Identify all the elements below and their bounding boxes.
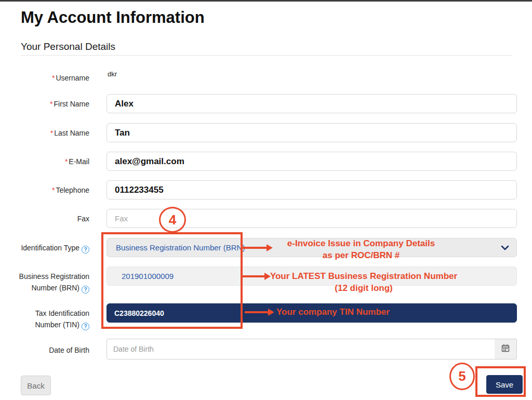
last-name-input[interactable] [107,123,517,142]
last-name-label: *Last Name [10,127,89,139]
email-label: *E-Mail [10,156,89,167]
username-label-text: Username [56,74,89,82]
help-icon[interactable]: ? [82,246,89,254]
section-divider [21,55,512,56]
telephone-label: *Telephone [10,184,89,196]
help-icon[interactable]: ? [82,286,89,294]
required-asterisk: * [52,74,55,82]
tin-field[interactable]: C23880226040 [107,303,517,323]
telephone-input[interactable] [107,180,517,199]
identification-type-select[interactable]: Business Registration Number (BRN) [107,238,517,257]
calendar-icon [501,344,510,354]
identification-type-label: Identification Type? [10,242,89,254]
username-value: dkr [108,70,117,78]
brn-label-line2: Number (BRN) [31,284,79,292]
chevron-down-icon [501,245,509,250]
first-name-input[interactable] [107,94,517,113]
identification-type-selected-value: Business Registration Number (BRN) [116,243,245,252]
username-label: *Username [10,72,89,84]
date-picker-button[interactable] [495,339,517,359]
telephone-label-text: Telephone [56,186,89,194]
required-asterisk: * [52,186,55,194]
identification-type-label-text: Identification Type [21,244,79,252]
date-of-birth-label-text: Date of Birth [49,346,89,354]
step-5-number: 5 [458,368,466,384]
last-name-label-text: Last Name [54,129,89,137]
save-button[interactable]: Save [486,375,523,394]
date-of-birth-input[interactable] [107,339,495,359]
date-of-birth-label: Date of Birth [10,344,89,356]
required-asterisk: * [50,100,52,108]
top-border [0,0,532,2]
section-title: Your Personal Details [21,41,115,52]
first-name-label-text: First Name [54,100,89,108]
brn-label-line1: Business Registration [19,272,89,281]
tin-label: Tax IdentificationNumber (TIN)? [10,308,89,330]
fax-label: Fax [10,213,89,224]
tin-label-line2: Number (TIN) [35,321,79,329]
step-5-badge: 5 [449,363,475,390]
page-title: My Account Information [21,8,205,27]
required-asterisk: * [65,157,68,166]
brn-label: Business RegistrationNumber (BRN)? [10,271,89,294]
fax-label-text: Fax [77,215,89,223]
fax-input[interactable] [107,209,517,228]
required-asterisk: * [50,129,53,137]
brn-field: 201901000009 [107,266,517,286]
tin-label-line1: Tax Identification [35,309,89,317]
tin-value: C23880226040 [114,309,164,317]
back-button[interactable]: Back [21,376,51,395]
brn-value: 201901000009 [122,272,174,281]
help-icon[interactable]: ? [82,323,89,330]
email-label-text: E-Mail [69,157,89,166]
my-account-page: My Account Information Your Personal Det… [0,0,532,400]
first-name-label: *First Name [10,98,89,110]
email-input[interactable] [107,152,517,171]
